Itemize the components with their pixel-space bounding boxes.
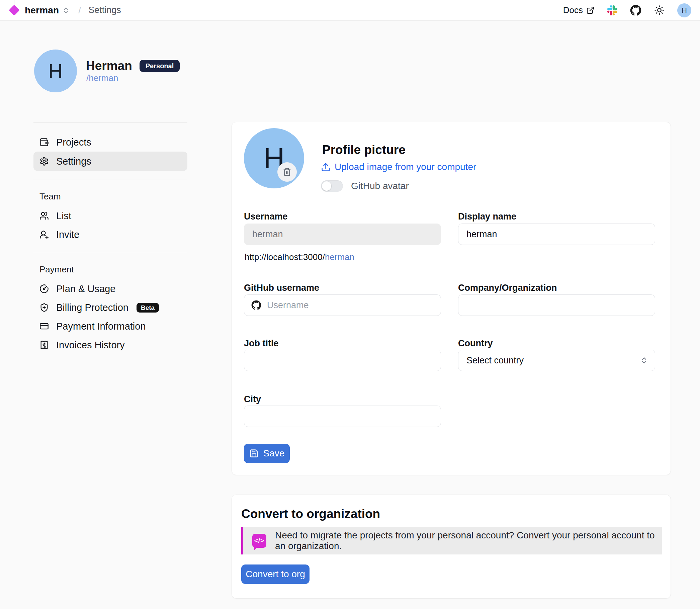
convert-title: Convert to organization (241, 507, 380, 521)
sun-icon (654, 5, 665, 15)
profile-avatar: H (34, 50, 77, 92)
username-label: Username (244, 211, 288, 222)
docs-label: Docs (563, 5, 583, 15)
profile-url-username-link[interactable]: herman (325, 252, 354, 262)
brand-logo (10, 5, 19, 15)
convert-callout: </> Need to migrate the projects from yo… (241, 527, 662, 555)
upload-icon (321, 162, 331, 172)
wallet-icon (39, 138, 49, 147)
sidebar-item-label: Invite (56, 229, 79, 240)
chevrons-up-down-icon (62, 7, 70, 14)
profile-settings-card: H Profile picture Upload image from your… (231, 122, 671, 475)
slack-icon (607, 5, 617, 15)
github-username-input[interactable] (244, 294, 441, 316)
sidebar-item-invoices-history[interactable]: Invoices History (33, 336, 187, 354)
account-type-badge: Personal (140, 60, 180, 72)
company-input[interactable] (458, 294, 655, 316)
github-avatar-toggle[interactable] (321, 180, 343, 192)
convert-to-organization-card: Convert to organization </> Need to migr… (231, 494, 671, 598)
external-link-icon (586, 6, 595, 14)
sidebar-item-label: Settings (56, 156, 91, 167)
profile-name: Herman (86, 59, 132, 73)
user-avatar[interactable]: H (677, 3, 691, 17)
sidebar-item-projects[interactable]: Projects (33, 133, 187, 152)
save-label: Save (263, 448, 285, 459)
sidebar-item-label: Projects (56, 137, 91, 148)
github-username-label: GitHub username (244, 283, 319, 293)
credit-card-icon (39, 321, 49, 331)
city-input[interactable] (244, 405, 441, 427)
diamond-logo-icon (9, 5, 20, 16)
job-title-label: Job title (244, 338, 279, 349)
profile-handle-link[interactable]: /herman (86, 73, 118, 83)
sidebar-item-label: Payment Information (56, 321, 146, 332)
company-label: Company/Organization (458, 283, 557, 293)
shield-plus-icon (39, 303, 49, 312)
github-button[interactable] (630, 5, 642, 16)
display-name-input[interactable] (458, 224, 655, 245)
country-select[interactable]: Select country (458, 350, 655, 371)
upload-image-label: Upload image from your computer (335, 162, 476, 172)
workspace-switcher[interactable] (62, 7, 70, 14)
sidebar-item-payment-information[interactable]: Payment Information (33, 317, 187, 336)
slack-button[interactable] (607, 5, 617, 15)
sidebar-item-label: List (56, 210, 71, 222)
city-label: City (244, 394, 261, 404)
username-input[interactable] (244, 224, 441, 245)
github-avatar-label: GitHub avatar (351, 181, 409, 191)
sidebar-divider (33, 252, 187, 252)
toggle-knob (322, 181, 331, 191)
profile-url-prefix: http://localhost:3000/ (245, 252, 325, 262)
docs-link[interactable]: Docs (563, 5, 595, 15)
sidebar-heading-team: Team (33, 191, 187, 202)
gear-icon (39, 157, 49, 166)
sidebar-item-label: Plan & Usage (56, 283, 116, 294)
user-plus-icon (39, 230, 49, 239)
sidebar-item-invite[interactable]: Invite (33, 225, 187, 244)
sidebar-item-plan-usage[interactable]: Plan & Usage (33, 279, 187, 298)
page: herman / Settings Docs (0, 0, 700, 609)
sidebar-item-list[interactable]: List (33, 207, 187, 225)
upload-image-link[interactable]: Upload image from your computer (321, 162, 476, 172)
save-button[interactable]: Save (244, 444, 290, 463)
convert-button-label: Convert to org (246, 569, 305, 579)
github-icon (251, 300, 261, 310)
profile-picture-avatar: H (244, 128, 304, 188)
country-label: Country (458, 338, 493, 349)
github-username-field (244, 294, 441, 316)
convert-message: Need to migrate the projects from your p… (275, 530, 662, 552)
topbar: herman / Settings Docs (0, 0, 700, 21)
convert-to-org-button[interactable]: Convert to org (241, 564, 310, 584)
sidebar-item-billing-protection[interactable]: Billing Protection Beta (33, 298, 187, 317)
delete-avatar-button[interactable] (277, 162, 297, 182)
sidebar-item-settings[interactable]: Settings (33, 152, 187, 171)
sidebar-heading-payment: Payment (33, 264, 187, 275)
country-select-value: Select country (467, 355, 524, 366)
sidebar-item-label: Billing Protection (56, 302, 128, 313)
code-message-icon: </> (252, 534, 266, 548)
breadcrumb-page: Settings (88, 5, 121, 15)
receipt-dollar-icon (39, 340, 49, 350)
profile-url: http://localhost:3000/herman (245, 252, 354, 262)
chevrons-up-down-icon (640, 356, 648, 364)
beta-badge: Beta (137, 303, 159, 313)
trash-icon (283, 168, 292, 176)
sidebar-divider (33, 179, 187, 179)
save-icon (249, 449, 259, 458)
job-title-input[interactable] (244, 350, 441, 371)
workspace-name[interactable]: herman (25, 5, 59, 16)
sidebar-divider (33, 122, 187, 123)
users-icon (39, 211, 49, 221)
sidebar: Projects Settings Team List Invite Payme… (33, 122, 187, 354)
profile-picture-title: Profile picture (322, 143, 405, 157)
github-icon (630, 5, 642, 16)
display-name-label: Display name (458, 211, 516, 222)
sidebar-item-label: Invoices History (56, 340, 125, 351)
gauge-icon (39, 284, 49, 294)
breadcrumb-separator: / (78, 5, 81, 16)
theme-toggle-button[interactable] (654, 5, 665, 15)
